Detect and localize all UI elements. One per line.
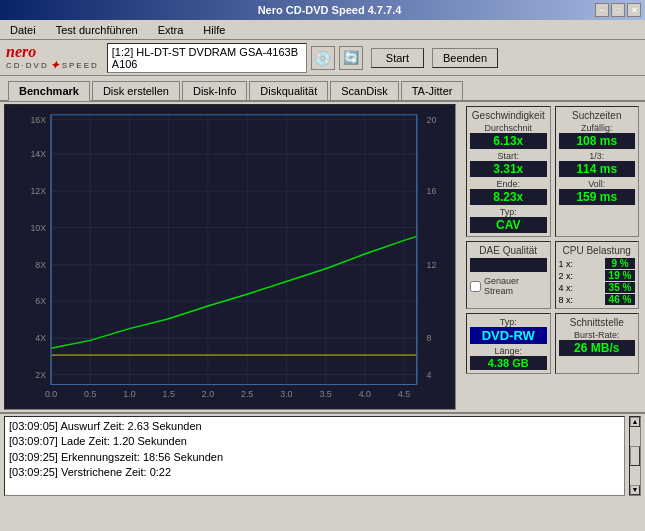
log-section: [03:09:05] Auswurf Zeit: 2.63 Sekunden[0… <box>0 412 645 498</box>
disktype-value: DVD-RW <box>470 327 547 344</box>
svg-text:1.5: 1.5 <box>163 389 175 399</box>
dae-panel: DAE Qualität Genauer Stream <box>466 241 551 309</box>
svg-text:3.5: 3.5 <box>319 389 331 399</box>
content-area: 16X 14X 12X 10X 8X 6X 4X 2X 20 16 12 8 4… <box>0 102 645 412</box>
svg-text:0.5: 0.5 <box>84 389 96 399</box>
cpu-row-2: 2 x: 19 % <box>559 270 636 281</box>
svg-text:4.0: 4.0 <box>359 389 371 399</box>
drive-icon-button[interactable]: 💿 <box>311 46 335 70</box>
svg-text:16X: 16X <box>30 115 46 125</box>
stream-label: Stream <box>484 286 513 296</box>
cpu-label-3: 4 x: <box>559 283 574 293</box>
svg-text:4.5: 4.5 <box>398 389 410 399</box>
typ-label: Typ: <box>470 207 547 217</box>
tab-benchmark[interactable]: Benchmark <box>8 81 90 101</box>
menu-extra[interactable]: Extra <box>152 22 190 38</box>
end-button[interactable]: Beenden <box>432 48 498 68</box>
svg-text:0.0: 0.0 <box>45 389 57 399</box>
geschwindigkeit-title: Geschwindigkeit <box>470 110 547 121</box>
tab-ta-jitter[interactable]: TA-Jitter <box>401 81 464 100</box>
ein-drittel-label: 1/3: <box>559 151 636 161</box>
tab-scandisk[interactable]: ScanDisk <box>330 81 398 100</box>
menu-hilfe[interactable]: Hilfe <box>197 22 231 38</box>
cpu-value-1: 9 % <box>605 258 635 269</box>
log-entry: [03:09:07] Lade Zeit: 1.20 Sekunden <box>9 434 620 449</box>
tabs-bar: Benchmark Disk erstellen Disk-Info Diskq… <box>0 76 645 102</box>
ein-drittel-value: 114 ms <box>559 161 636 177</box>
suchzeiten-title: Suchzeiten <box>559 110 636 121</box>
tab-disk-erstellen[interactable]: Disk erstellen <box>92 81 180 100</box>
suchzeiten-panel: Suchzeiten Zufällig: 108 ms 1/3: 114 ms … <box>555 106 640 237</box>
scroll-thumb[interactable] <box>630 446 640 466</box>
toolbar: nero CD·DVD✦SPEED [1:2] HL-DT-ST DVDRAM … <box>0 40 645 76</box>
scroll-down-button[interactable]: ▼ <box>630 485 640 495</box>
nero-logo: nero CD·DVD✦SPEED <box>6 44 99 71</box>
chart-container: 16X 14X 12X 10X 8X 6X 4X 2X 20 16 12 8 4… <box>0 102 460 412</box>
burst-value: 26 MB/s <box>559 340 636 356</box>
cpu-panel: CPU Belastung 1 x: 9 % 2 x: 19 % 4 x: 35… <box>555 241 640 309</box>
svg-text:12X: 12X <box>30 186 46 196</box>
ende-value: 8.23x <box>470 189 547 205</box>
cpu-row-3: 4 x: 35 % <box>559 282 636 293</box>
genauer-stream-row: Genauer Stream <box>470 276 547 296</box>
typ-value: CAV <box>470 217 547 233</box>
menu-test[interactable]: Test durchführen <box>50 22 144 38</box>
cpu-label-4: 8 x: <box>559 295 574 305</box>
svg-rect-0 <box>17 105 444 409</box>
durchschnitt-label: Durchschnit <box>470 123 547 133</box>
scroll-up-button[interactable]: ▲ <box>630 417 640 427</box>
geschwindigkeit-panel: Geschwindigkeit Durchschnit 6.13x Start:… <box>466 106 551 237</box>
cpu-row-1: 1 x: 9 % <box>559 258 636 269</box>
log-entry: [03:09:25] Verstrichene Zeit: 0:22 <box>9 465 620 480</box>
voll-label: Voll: <box>559 179 636 189</box>
svg-text:2.5: 2.5 <box>241 389 253 399</box>
genauer-stream-checkbox[interactable] <box>470 281 481 292</box>
minimize-button[interactable]: ─ <box>595 3 609 17</box>
dae-title: DAE Qualität <box>470 245 547 256</box>
svg-text:3.0: 3.0 <box>280 389 292 399</box>
svg-text:2.0: 2.0 <box>202 389 214 399</box>
drive-select: [1:2] HL-DT-ST DVDRAM GSA-4163B A106 💿 🔄 <box>107 43 363 73</box>
titlebar-controls: ─ □ ✕ <box>595 3 641 17</box>
start-label: Start: <box>470 151 547 161</box>
svg-text:10X: 10X <box>30 223 46 233</box>
svg-text:14X: 14X <box>30 149 46 159</box>
disktype-panel: Typ: DVD-RW Länge: 4.38 GB <box>466 313 551 374</box>
svg-text:8X: 8X <box>35 260 46 270</box>
genauer-label: Genauer <box>484 276 519 286</box>
schnittstelle-panel: Schnittstelle Burst-Rate: 26 MB/s <box>555 313 640 374</box>
cpu-label-1: 1 x: <box>559 259 574 269</box>
tab-diskqualitaet[interactable]: Diskqualität <box>249 81 328 100</box>
svg-text:2X: 2X <box>35 370 46 380</box>
cpu-label-2: 2 x: <box>559 271 574 281</box>
log-entry: [03:09:25] Erkennungszeit: 18:56 Sekunde… <box>9 450 620 465</box>
drive-combo[interactable]: [1:2] HL-DT-ST DVDRAM GSA-4163B A106 <box>107 43 307 73</box>
burst-label: Burst-Rate: <box>559 330 636 340</box>
start-value: 3.31x <box>470 161 547 177</box>
disktype-title: Typ: <box>470 317 547 327</box>
start-button[interactable]: Start <box>371 48 424 68</box>
svg-text:20: 20 <box>427 115 437 125</box>
titlebar-title: Nero CD-DVD Speed 4.7.7.4 <box>64 4 595 16</box>
log-area[interactable]: [03:09:05] Auswurf Zeit: 2.63 Sekunden[0… <box>4 416 625 496</box>
log-scrollbar[interactable]: ▲ ▼ <box>629 416 641 496</box>
svg-text:16: 16 <box>427 186 437 196</box>
ende-label: Ende: <box>470 179 547 189</box>
menubar: Datei Test durchführen Extra Hilfe <box>0 20 645 40</box>
cpu-value-4: 46 % <box>605 294 635 305</box>
maximize-button[interactable]: □ <box>611 3 625 17</box>
svg-text:1.0: 1.0 <box>123 389 135 399</box>
laenge-label: Länge: <box>470 346 547 356</box>
svg-text:4: 4 <box>427 370 432 380</box>
svg-text:6X: 6X <box>35 296 46 306</box>
laenge-value: 4.38 GB <box>470 356 547 370</box>
refresh-icon-button[interactable]: 🔄 <box>339 46 363 70</box>
tab-disk-info[interactable]: Disk-Info <box>182 81 247 100</box>
dae-bar <box>470 258 547 272</box>
cpu-value-3: 35 % <box>605 282 635 293</box>
svg-text:8: 8 <box>427 333 432 343</box>
menu-datei[interactable]: Datei <box>4 22 42 38</box>
svg-text:4X: 4X <box>35 333 46 343</box>
zufaellig-value: 108 ms <box>559 133 636 149</box>
close-button[interactable]: ✕ <box>627 3 641 17</box>
